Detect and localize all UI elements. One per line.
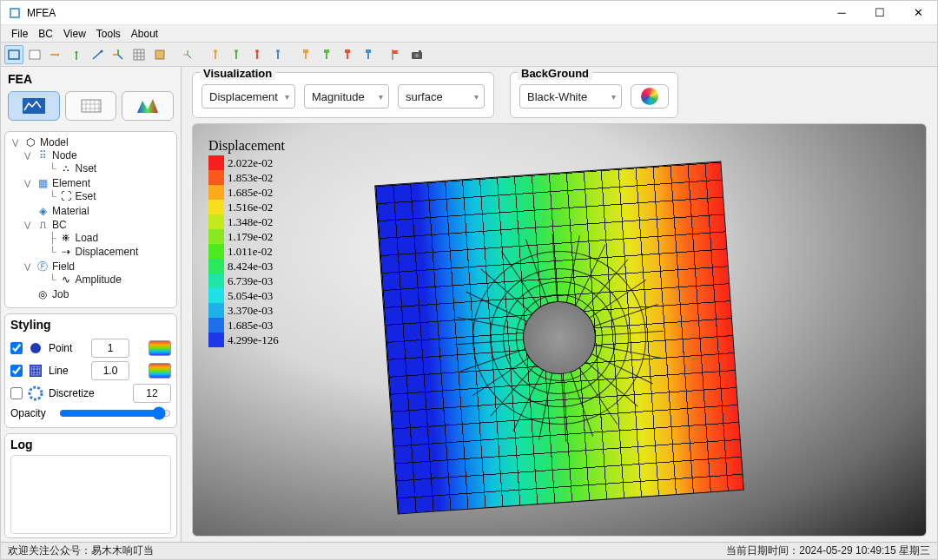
tool-probe3-icon[interactable] — [248, 45, 267, 64]
quantity-dropdown[interactable]: Displacement — [201, 84, 295, 109]
menu-file[interactable]: File — [6, 27, 33, 41]
fea-mesh-button[interactable] — [65, 91, 117, 121]
svg-rect-5 — [134, 49, 144, 60]
legend-row: 1.685e-03 — [208, 318, 285, 333]
background-color-button[interactable] — [631, 84, 669, 109]
tree-load[interactable]: Load — [76, 232, 99, 244]
menu-tools[interactable]: Tools — [91, 27, 126, 41]
tool-grid-icon[interactable] — [129, 45, 149, 64]
tool-fill-icon[interactable] — [25, 45, 44, 64]
caret-icon[interactable]: ⋁ — [24, 221, 33, 229]
tree-amplitude[interactable]: Amplitude — [76, 273, 122, 286]
svg-rect-14 — [366, 49, 371, 53]
fea-plot-button[interactable] — [8, 91, 60, 121]
legend-row: 4.299e-126 — [208, 333, 285, 347]
point-label: Point — [49, 342, 86, 354]
tool-small-axes-icon[interactable] — [178, 45, 197, 64]
tool-probe7-icon[interactable] — [338, 45, 357, 64]
tree-disp[interactable]: Displacement — [76, 246, 139, 258]
tree-bc[interactable]: BC — [52, 219, 67, 231]
svg-point-22 — [30, 387, 42, 399]
point-size-input[interactable] — [91, 339, 129, 358]
tree-eset[interactable]: Eset — [76, 190, 96, 202]
background-dropdown[interactable]: Black-White — [519, 84, 622, 109]
tool-axes-icon[interactable] — [109, 45, 128, 64]
legend-value: 6.739e-03 — [228, 274, 273, 288]
component-dropdown[interactable]: Magnitude — [304, 84, 389, 109]
legend-swatch — [208, 288, 224, 303]
legend-swatch — [208, 333, 224, 347]
tool-camera-icon[interactable] — [407, 45, 426, 64]
line-colormap-button[interactable] — [149, 363, 171, 379]
tool-outline-icon[interactable] — [4, 45, 23, 64]
legend-row: 5.054e-03 — [208, 288, 285, 303]
line-width-input[interactable] — [91, 361, 129, 380]
tree-material[interactable]: Material — [52, 205, 89, 217]
tool-chip-icon[interactable] — [150, 45, 169, 64]
tree-field[interactable]: Field — [52, 260, 75, 273]
tool-probe2-icon[interactable] — [227, 45, 246, 64]
svg-point-16 — [415, 53, 419, 57]
legend-row: 1.179e-02 — [208, 229, 285, 244]
tree-node[interactable]: Node — [52, 149, 77, 161]
tree-job[interactable]: Job — [52, 288, 69, 300]
discretize-checkbox[interactable] — [10, 387, 23, 399]
legend-title: Displacement — [208, 138, 285, 154]
legend-row: 3.370e-03 — [208, 303, 285, 318]
tree-model[interactable]: Model — [40, 136, 69, 148]
opacity-slider[interactable] — [59, 406, 171, 420]
svg-rect-13 — [345, 49, 350, 53]
mesh-hole — [520, 300, 598, 378]
job-icon: ◎ — [36, 288, 49, 300]
line-icon — [28, 363, 43, 379]
model-tree[interactable]: ⋁⬡Model ⋁⠿Node └⛬Nset ⋁▦Element └⛶Eset ◈… — [4, 131, 177, 308]
legend-row: 1.348e-02 — [208, 214, 285, 229]
svg-point-8 — [234, 49, 238, 53]
legend-swatch — [208, 318, 224, 333]
colorbar-legend: Displacement 2.022e-021.853e-021.685e-02… — [208, 138, 285, 347]
legend-value: 1.853e-02 — [228, 171, 273, 185]
tool-probe8-icon[interactable] — [359, 45, 378, 64]
discretize-input[interactable] — [133, 384, 171, 403]
legend-row: 8.424e-03 — [208, 259, 285, 273]
tool-probe6-icon[interactable] — [317, 45, 336, 64]
status-right: 当前日期时间：2024-05-29 10:49:15 星期三 — [726, 544, 930, 558]
caret-icon[interactable]: ⋁ — [24, 151, 33, 160]
legend-row: 1.685e-02 — [208, 185, 285, 200]
svg-point-4 — [101, 49, 103, 52]
svg-point-7 — [214, 49, 217, 53]
log-panel: Log — [4, 433, 177, 538]
statusbar: 欢迎关注公众号：易木木响叮当 当前日期时间：2024-05-29 10:49:1… — [1, 542, 937, 559]
tool-axis-x-icon[interactable] — [46, 45, 65, 64]
close-button[interactable]: ✕ — [899, 1, 937, 25]
tree-nset[interactable]: Nset — [76, 162, 97, 175]
menu-about[interactable]: About — [126, 27, 163, 41]
minimize-button[interactable]: ─ — [822, 1, 861, 25]
caret-icon[interactable]: ⋁ — [12, 138, 21, 147]
menu-view[interactable]: View — [58, 27, 91, 41]
tool-axis-y-icon[interactable] — [67, 45, 86, 64]
maximize-button[interactable]: ☐ — [861, 1, 899, 25]
tool-flag-icon[interactable] — [386, 45, 406, 64]
field-icon: Ⓕ — [36, 260, 49, 273]
point-colormap-button[interactable] — [149, 340, 171, 356]
caret-icon[interactable]: ⋁ — [24, 179, 33, 188]
log-body[interactable] — [10, 455, 171, 534]
log-title: Log — [10, 438, 171, 455]
fea-contour-button[interactable] — [122, 91, 174, 121]
disp-icon: ⇢ — [60, 246, 72, 258]
menu-bc[interactable]: BC — [33, 27, 58, 41]
tool-axis-z-icon[interactable] — [88, 45, 107, 64]
visualization-panel: Visualization Displacement Magnitude sur… — [192, 72, 494, 118]
representation-dropdown[interactable]: surface — [398, 84, 485, 109]
svg-rect-17 — [419, 50, 421, 52]
line-checkbox[interactable] — [10, 365, 23, 377]
caret-icon[interactable]: ⋁ — [24, 262, 33, 271]
point-checkbox[interactable] — [10, 342, 23, 354]
tool-probe4-icon[interactable] — [268, 45, 287, 64]
tool-probe5-icon[interactable] — [296, 45, 315, 64]
line-label: Line — [49, 365, 86, 377]
tool-probe1-icon[interactable] — [206, 45, 225, 64]
viewport[interactable]: Displacement 2.022e-021.853e-021.685e-02… — [192, 123, 927, 537]
tree-element[interactable]: Element — [52, 177, 90, 189]
